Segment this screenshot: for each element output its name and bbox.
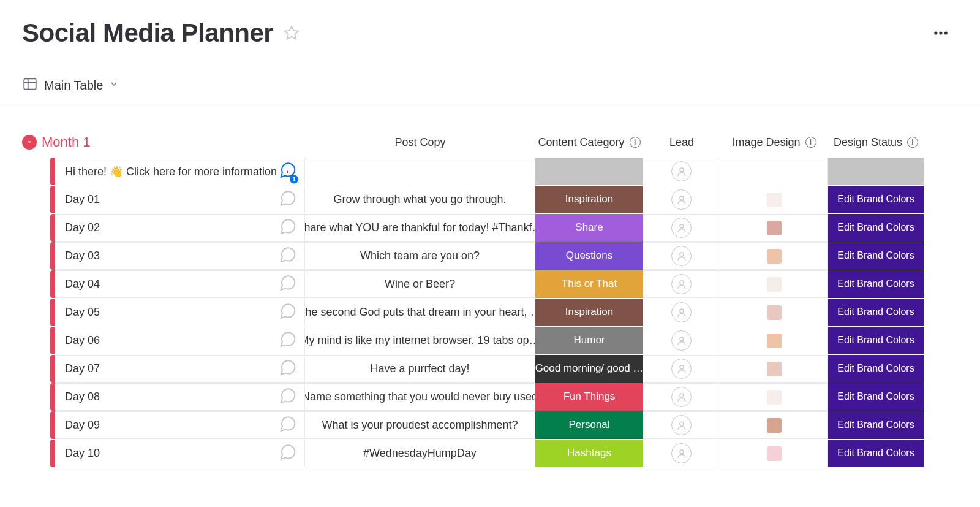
image-design-cell[interactable] (720, 242, 828, 270)
image-design-cell[interactable] (720, 355, 828, 383)
post-copy-cell[interactable]: The second God puts that dream in your h… (305, 299, 535, 326)
lead-cell[interactable] (643, 327, 720, 354)
lead-cell[interactable] (643, 270, 720, 298)
item-name-cell[interactable]: Day 04 (55, 270, 305, 298)
table-row: Day 04Wine or Beer?This or ThatEdit Bran… (22, 270, 962, 298)
item-name-cell[interactable]: Day 06 (55, 327, 305, 354)
content-category-cell[interactable]: Inspiration (535, 299, 643, 326)
column-header-post-copy[interactable]: Post Copy (305, 136, 535, 149)
content-category-cell[interactable]: Inspiration (535, 186, 643, 213)
lead-cell[interactable] (643, 186, 720, 213)
lead-cell[interactable] (643, 299, 720, 326)
post-copy-cell[interactable]: Have a purrfect day! (305, 355, 535, 383)
chat-bubble-icon[interactable] (279, 443, 297, 464)
chat-notification-icon[interactable]: 1 (279, 161, 297, 182)
item-name-cell[interactable]: Day 05 (55, 299, 305, 326)
item-name: Day 06 (65, 334, 100, 347)
view-selector[interactable]: Main Table (22, 76, 962, 107)
column-header-lead[interactable]: Lead (643, 136, 720, 149)
item-name-cell[interactable]: Day 02 (55, 214, 305, 242)
item-name-cell[interactable]: Day 10 (55, 440, 305, 467)
chat-bubble-icon[interactable] (279, 189, 297, 210)
lead-cell[interactable] (643, 383, 720, 411)
lead-cell[interactable] (643, 242, 720, 270)
post-copy-cell[interactable]: Grow through what you go through. (305, 186, 535, 213)
design-status-cell[interactable]: Edit Brand Colors (828, 440, 924, 467)
post-copy-cell[interactable]: My mind is like my internet browser. 19 … (305, 327, 535, 354)
chat-bubble-icon[interactable] (279, 386, 297, 408)
post-copy-cell[interactable]: Name something that you would never buy … (305, 383, 535, 411)
item-name-cell[interactable]: Day 01 (55, 186, 305, 213)
item-name-cell[interactable]: Day 09 (55, 411, 305, 439)
lead-cell[interactable] (643, 158, 720, 185)
group-collapse-toggle[interactable] (22, 135, 37, 150)
chat-bubble-icon[interactable] (279, 217, 297, 238)
lead-cell[interactable] (643, 214, 720, 242)
post-copy-cell[interactable]: Which team are you on? (305, 242, 535, 270)
post-copy-cell[interactable]: #WednesdayHumpDay (305, 440, 535, 467)
person-placeholder-icon (671, 274, 692, 294)
image-design-cell[interactable] (720, 299, 828, 326)
image-design-cell[interactable] (720, 383, 828, 411)
image-design-cell[interactable] (720, 186, 828, 213)
person-placeholder-icon (671, 189, 692, 210)
post-copy-cell[interactable]: Share what YOU are thankful for today! #… (305, 214, 535, 242)
image-thumbnail (767, 446, 782, 461)
design-status-cell[interactable] (828, 158, 924, 185)
info-icon[interactable]: i (907, 137, 918, 148)
chat-bubble-icon[interactable] (279, 414, 297, 436)
content-category-cell[interactable]: Questions (535, 242, 643, 270)
post-copy-cell[interactable]: What is your proudest accomplishment? (305, 411, 535, 439)
item-name-cell[interactable]: Day 07 (55, 355, 305, 383)
row-color-bar (50, 186, 55, 213)
content-category-cell[interactable] (535, 158, 643, 185)
content-category-cell[interactable]: Personal (535, 411, 643, 439)
content-category-cell[interactable]: Good morning/ good … (535, 355, 643, 383)
more-options-icon[interactable] (932, 25, 962, 42)
column-header-image-design[interactable]: Image Design i (720, 136, 828, 149)
image-design-cell[interactable] (720, 411, 828, 439)
column-header-content-category[interactable]: Content Category i (535, 136, 643, 149)
group-title[interactable]: Month 1 (42, 134, 305, 150)
chat-bubble-icon[interactable] (279, 302, 297, 323)
content-category-cell[interactable]: Hashtags (535, 440, 643, 467)
design-status-cell[interactable]: Edit Brand Colors (828, 327, 924, 354)
row-color-bar (50, 158, 55, 185)
design-status-cell[interactable]: Edit Brand Colors (828, 411, 924, 439)
column-header-design-status[interactable]: Design Status i (828, 136, 924, 149)
item-name-cell[interactable]: Day 03 (55, 242, 305, 270)
item-name-cell[interactable]: Hi there! 👋 Click here for more informat… (55, 158, 305, 185)
lead-cell[interactable] (643, 355, 720, 383)
design-status-cell[interactable]: Edit Brand Colors (828, 270, 924, 298)
info-icon[interactable]: i (805, 137, 816, 148)
design-status-cell[interactable]: Edit Brand Colors (828, 299, 924, 326)
post-copy-cell[interactable]: Wine or Beer? (305, 270, 535, 298)
content-category-cell[interactable]: Fun Things (535, 383, 643, 411)
image-design-cell[interactable] (720, 440, 828, 467)
chat-bubble-icon[interactable] (279, 358, 297, 379)
lead-cell[interactable] (643, 411, 720, 439)
content-category-cell[interactable]: This or That (535, 270, 643, 298)
design-status-cell[interactable]: Edit Brand Colors (828, 186, 924, 213)
info-icon[interactable]: i (630, 137, 641, 148)
chat-bubble-icon[interactable] (279, 245, 297, 267)
design-status-cell[interactable]: Edit Brand Colors (828, 383, 924, 411)
table-row: Day 08Name something that you would neve… (22, 383, 962, 411)
post-copy-cell[interactable] (305, 158, 535, 185)
chat-bubble-icon[interactable] (279, 273, 297, 295)
image-design-cell[interactable] (720, 327, 828, 354)
svg-point-10 (680, 281, 684, 284)
favorite-star-icon[interactable] (283, 25, 300, 42)
person-placeholder-icon (671, 359, 692, 379)
image-design-cell[interactable] (720, 270, 828, 298)
image-design-cell[interactable] (720, 214, 828, 242)
content-category-cell[interactable]: Share (535, 214, 643, 242)
image-design-cell[interactable] (720, 158, 828, 185)
item-name-cell[interactable]: Day 08 (55, 383, 305, 411)
chat-bubble-icon[interactable] (279, 330, 297, 351)
content-category-cell[interactable]: Humor (535, 327, 643, 354)
design-status-cell[interactable]: Edit Brand Colors (828, 355, 924, 383)
design-status-cell[interactable]: Edit Brand Colors (828, 214, 924, 242)
design-status-cell[interactable]: Edit Brand Colors (828, 242, 924, 270)
lead-cell[interactable] (643, 440, 720, 467)
